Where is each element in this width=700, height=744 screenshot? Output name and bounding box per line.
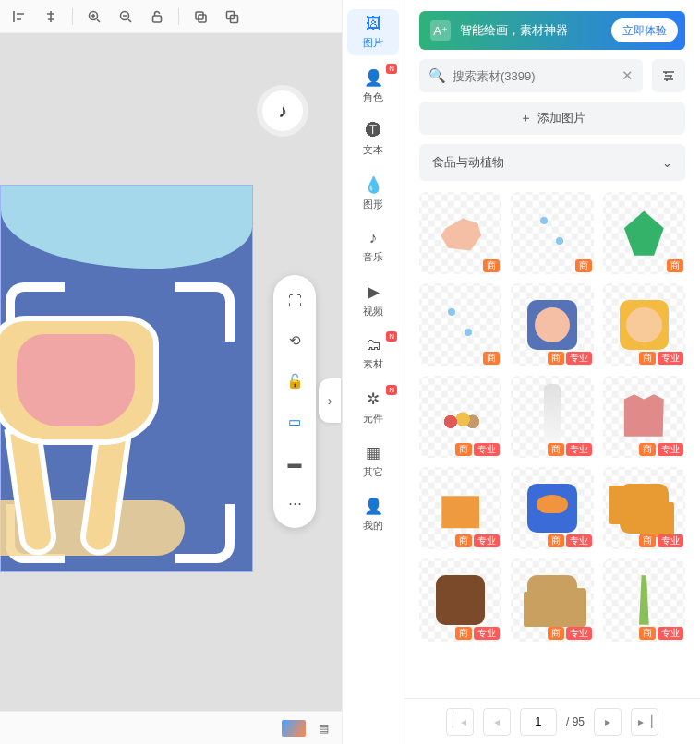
rail-item-文本[interactable]: 🅣文本	[347, 116, 399, 162]
asset-item[interactable]: 商专业	[511, 558, 593, 641]
asset-shape	[527, 392, 577, 442]
asset-item[interactable]: 商专业	[603, 283, 685, 366]
page-prev-button[interactable]: ◂	[483, 708, 511, 736]
category-select[interactable]: 食品与动植物 ⌄	[419, 144, 685, 181]
copy-icon[interactable]	[188, 5, 212, 29]
fullscreen-icon[interactable]: ⛶	[281, 286, 308, 314]
图形-icon: 💧	[364, 175, 383, 195]
tag-z: 专业	[566, 443, 592, 456]
page-next-button[interactable]: ▸	[594, 708, 622, 736]
rail-item-元件[interactable]: ✲元件N	[347, 384, 399, 430]
asset-item[interactable]: 商专业	[603, 376, 685, 458]
collapse-tab-icon[interactable]: ›	[319, 378, 341, 423]
tag-z: 专业	[566, 534, 592, 547]
rail-item-图形[interactable]: 💧图形	[347, 170, 399, 216]
grid-icon[interactable]: ▤	[319, 722, 329, 735]
new-badge: N	[386, 385, 397, 395]
tag-z: 专业	[566, 627, 592, 640]
zoom-out-icon[interactable]	[114, 5, 138, 29]
asset-shape	[620, 575, 670, 625]
asset-item[interactable]: 商专业	[603, 558, 685, 641]
music-node-icon[interactable]: ♪	[262, 90, 303, 131]
magic-icon: A⁺	[430, 20, 451, 41]
tag-z: 专业	[474, 534, 500, 547]
rail-item-素材[interactable]: 🗂素材N	[347, 330, 399, 377]
page-last-button[interactable]: ▸▕	[631, 708, 658, 736]
align-center-icon[interactable]	[39, 5, 63, 29]
asset-grid: 商商商商商专业商专业商专业商专业商专业商专业商专业商专业商专业商专业商专业	[404, 192, 700, 698]
rotate-icon[interactable]: ⟲	[281, 327, 308, 354]
lock-icon[interactable]: 🔓	[281, 367, 308, 395]
zoom-in-icon[interactable]	[82, 5, 106, 29]
asset-item[interactable]: 商专业	[419, 558, 501, 641]
asset-shape	[436, 209, 486, 258]
tag-s: 商	[639, 352, 656, 365]
其它-icon: ▦	[366, 443, 380, 462]
rail-label: 元件	[363, 412, 383, 426]
asset-item[interactable]: 商	[419, 192, 501, 274]
canvas-area: ♪ ⛶ ⟲ 🔓 ▭ ▬ ⋯ › ▤	[0, 0, 342, 744]
top-toolbar	[0, 0, 342, 33]
asset-item[interactable]: 商	[419, 283, 501, 366]
tag-s: 商	[667, 259, 683, 272]
rail-item-角色[interactable]: 👤角色N	[347, 63, 399, 109]
图片-icon: 🖼	[366, 15, 381, 33]
minimap-icon[interactable]	[282, 720, 306, 737]
rail-label: 图形	[363, 198, 383, 211]
rail-label: 视频	[363, 305, 383, 318]
tag-z: 专业	[658, 352, 683, 365]
category-rail: 🖼图片👤角色N🅣文本💧图形♪音乐▶视频🗂素材N✲元件N▦其它👤我的	[342, 0, 404, 744]
asset-item[interactable]: 商	[603, 192, 685, 274]
screen-icon[interactable]: ▭	[281, 408, 308, 436]
align-left-icon[interactable]	[7, 5, 31, 29]
文本-icon: 🅣	[366, 122, 381, 140]
floating-toolbar: ⛶ ⟲ 🔓 ▭ ▬ ⋯	[273, 275, 316, 528]
asset-item[interactable]: 商专业	[419, 467, 501, 549]
stage[interactable]: ♪ ⛶ ⟲ 🔓 ▭ ▬ ⋯ ›	[0, 33, 342, 711]
tag-s: 商	[639, 443, 656, 456]
tag-s: 商	[548, 534, 564, 547]
page-first-button[interactable]: ▏◂	[446, 708, 474, 736]
search-input[interactable]	[419, 59, 643, 92]
banner-text: 智能绘画，素材神器	[460, 22, 568, 39]
rail-item-图片[interactable]: 🖼图片	[347, 9, 399, 55]
svg-rect-2	[153, 16, 162, 22]
tooth-illustration[interactable]	[0, 316, 179, 556]
asset-item[interactable]: 商专业	[603, 467, 685, 549]
rail-item-音乐[interactable]: ♪音乐	[347, 223, 399, 270]
tag-s: 商	[548, 627, 564, 640]
rail-label: 文本	[363, 143, 383, 157]
more-icon[interactable]: ⋯	[281, 489, 308, 517]
layers-icon[interactable]: ▬	[281, 449, 308, 476]
asset-shape	[436, 484, 486, 534]
asset-item[interactable]: 商专业	[511, 376, 593, 458]
tag-s: 商	[455, 534, 472, 547]
add-image-label: 添加图片	[537, 110, 585, 126]
chevron-down-icon: ⌄	[662, 156, 672, 170]
我的-icon: 👤	[364, 497, 383, 516]
banner-cta-button[interactable]: 立即体验	[611, 18, 678, 42]
tag-s: 商	[455, 627, 472, 640]
rail-label: 素材	[363, 357, 383, 371]
unlock-icon[interactable]	[145, 5, 169, 29]
water-shape	[1, 186, 252, 269]
paste-icon[interactable]	[220, 5, 244, 29]
rail-item-视频[interactable]: ▶视频	[347, 277, 399, 323]
rail-item-其它[interactable]: ▦其它	[347, 438, 399, 484]
rail-label: 图片	[363, 36, 383, 50]
asset-item[interactable]: 商专业	[511, 467, 593, 549]
asset-shape	[436, 575, 486, 625]
asset-item[interactable]: 商	[511, 192, 593, 274]
clear-icon[interactable]: ✕	[622, 67, 634, 84]
filter-button[interactable]	[652, 59, 685, 92]
asset-item[interactable]: 商专业	[419, 376, 501, 458]
tag-s: 商	[548, 443, 564, 456]
asset-shape	[620, 209, 670, 258]
tag-s: 商	[575, 259, 592, 272]
search-box: 🔍 ✕	[419, 59, 643, 92]
tag-z: 专业	[474, 627, 500, 640]
asset-item[interactable]: 商专业	[511, 283, 593, 366]
page-input[interactable]	[520, 708, 557, 736]
add-image-button[interactable]: ＋ 添加图片	[419, 102, 685, 135]
rail-item-我的[interactable]: 👤我的	[347, 491, 399, 537]
